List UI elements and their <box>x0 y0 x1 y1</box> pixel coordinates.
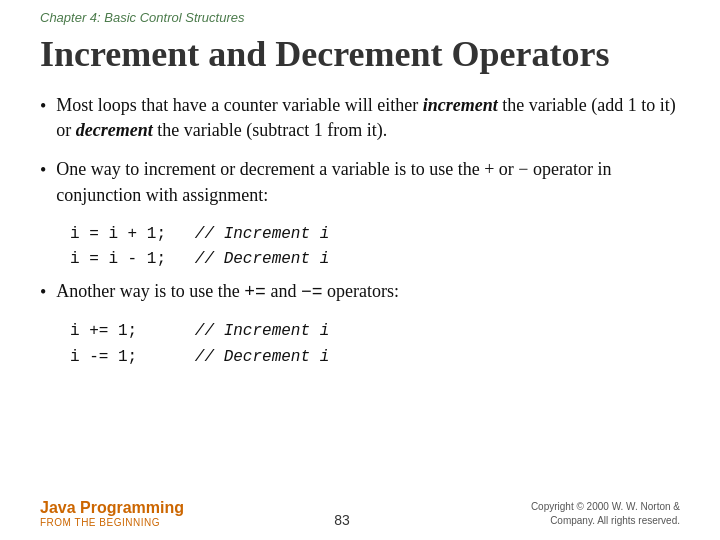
code-block-1: i = i + 1; // Increment i i = i - 1; // … <box>70 222 680 273</box>
operator-minuseq: −= <box>301 282 323 302</box>
footer: Java Programming FROM THE BEGINNING 83 C… <box>0 499 720 528</box>
brand-sub: FROM THE BEGINNING <box>40 517 184 528</box>
bullet-icon-3: • <box>40 280 46 305</box>
bullet-text-3: Another way is to use the += and −= oper… <box>56 279 680 305</box>
chapter-title: Chapter 4: Basic Control Structures <box>40 10 680 25</box>
bullet-icon-2: • <box>40 158 46 183</box>
bullet-item-1: • Most loops that have a counter variabl… <box>40 93 680 143</box>
code-line-1: i = i + 1; // Increment i <box>70 225 329 243</box>
bullet-item-3: • Another way is to use the += and −= op… <box>40 279 680 305</box>
term-increment: increment <box>423 95 498 115</box>
bullet-text-2: One way to increment or decrement a vari… <box>56 157 680 207</box>
copyright: Copyright © 2000 W. W. Norton & Company.… <box>500 500 680 528</box>
bullet-text-1: Most loops that have a counter variable … <box>56 93 680 143</box>
code-block-2: i += 1; // Increment i i -= 1; // Decrem… <box>70 319 680 370</box>
operator-pluseq: += <box>244 282 266 302</box>
brand-main: Java Programming <box>40 499 184 517</box>
bullet-item-2: • One way to increment or decrement a va… <box>40 157 680 207</box>
code-line-3: i += 1; // Increment i <box>70 322 329 340</box>
slide: Chapter 4: Basic Control Structures Incr… <box>0 0 720 540</box>
page-number: 83 <box>184 512 500 528</box>
term-decrement: decrement <box>76 120 153 140</box>
brand: Java Programming FROM THE BEGINNING <box>40 499 184 528</box>
code-line-4: i -= 1; // Decrement i <box>70 348 329 366</box>
slide-title: Increment and Decrement Operators <box>40 33 680 75</box>
content-area: • Most loops that have a counter variabl… <box>40 93 680 370</box>
code-line-2: i = i - 1; // Decrement i <box>70 250 329 268</box>
bullet-icon-1: • <box>40 94 46 119</box>
